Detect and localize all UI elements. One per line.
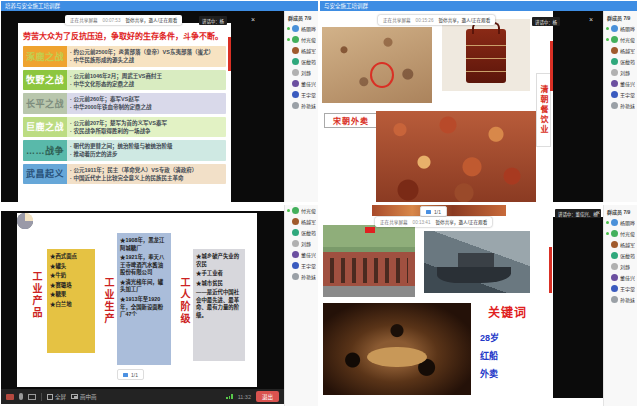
member-avatar [611, 274, 618, 281]
member-row[interactable]: 杨丽晔 [604, 23, 637, 34]
lacquer-foodbox-image [442, 19, 530, 91]
member-row[interactable]: 杨越军 [604, 45, 637, 56]
scroll-indicator[interactable] [550, 41, 553, 91]
pause-share-control[interactable]: 暂停共享，邀人/正在观看 [435, 219, 487, 225]
member-row[interactable]: 刘静 [285, 67, 318, 78]
battle-name: 长平之战 [23, 93, 67, 114]
member-row[interactable]: 杨越军 [604, 239, 637, 250]
battle-desc-line1: 朝代的更替之间；统治阶级与被统治阶级 [70, 142, 223, 150]
member-row[interactable]: 刘静 [604, 261, 637, 272]
member-name: 付光俊 [620, 36, 635, 43]
screen-icon[interactable] [28, 394, 36, 400]
signal-icon [226, 394, 233, 399]
industry-item: ★糖果 [50, 291, 92, 299]
member-row[interactable]: 孙艳妹 [604, 294, 637, 305]
industry-item: ★1921年，奉天八王寺啤酒汽水酱油股份有限公司 [120, 254, 168, 277]
red-flag-graphic [365, 227, 375, 233]
column-label-products: 工业产品 [29, 271, 44, 319]
member-avatar [292, 229, 299, 236]
member-avatar [611, 241, 618, 248]
battles-slide: 劳苦大众为了反抗压迫，争取好的生存条件，斗争不断。 涿鹿之战 约公元前2500年… [18, 23, 231, 202]
members-sidebar: 群成员 7/9 杨丽晔 付光俊 杨越军 [284, 11, 318, 202]
member-row[interactable]: 张馥筠 [604, 56, 637, 67]
fullscreen-button[interactable]: 全屏 [47, 393, 66, 401]
quadrant-top-left: 培养与安全施工培训群 正在共享屏幕 00:07:53 暂停共享，邀人/正在观看 … [1, 1, 318, 202]
member-row[interactable]: 王宇棠 [285, 89, 318, 100]
member-row[interactable]: 付光俊 [285, 205, 318, 216]
speaking-indicator: 讲话中：董佳兴、杨 [555, 209, 601, 218]
member-row[interactable]: 杨越军 [285, 216, 318, 227]
share-status-bar: 正在共享屏幕 00:15:26 暂停共享，邀人/正在观看 [378, 15, 495, 25]
member-row[interactable]: 杨越军 [285, 45, 318, 56]
member-avatar [611, 69, 618, 76]
screenshot-collage: 培养与安全施工培训群 正在共享屏幕 00:07:53 暂停共享，邀人/正在观看 … [0, 0, 638, 407]
battle-desc: 公元前1046年2月；周武王VS商纣王 中华文化形态的定鼎之战 [67, 70, 226, 91]
microphone-icon[interactable] [19, 393, 23, 400]
member-avatar [611, 102, 618, 109]
member-row[interactable]: 付光俊 [604, 228, 637, 239]
exit-button[interactable]: 退出 [256, 391, 279, 402]
member-avatar [292, 69, 299, 76]
battle-desc: 朝代的更替之间；统治阶级与被统治阶级 推动着历史的进步 [67, 140, 226, 161]
group-window-titlebar: 培养与安全施工培训群 [1, 1, 318, 11]
camera-icon[interactable] [6, 394, 14, 400]
screen-share-viewer: 1/1 正在共享屏幕 00:13:41 暂停共享，邀人/正在观看 讲话中：董佳兴… [320, 205, 603, 406]
member-row[interactable]: 王宇棠 [285, 260, 318, 271]
members-header: 群成员 7/9 [604, 11, 637, 23]
member-avatar [292, 262, 299, 269]
sharing-label: 正在共享屏幕 [383, 17, 411, 23]
industry-item: ★西式面点 [50, 253, 92, 261]
member-row[interactable]: 杨丽晔 [604, 217, 637, 228]
scroll-indicator[interactable] [549, 247, 552, 293]
quadrant-top-right: 与安全施工培训群 × 正在共享屏幕 00:15:26 暂停共享，邀人/正在观看 … [320, 1, 637, 202]
member-avatar [292, 240, 299, 247]
member-row[interactable]: 杨丽晔 [285, 23, 318, 34]
member-row[interactable]: 王宇棠 [604, 283, 637, 294]
scroll-indicator[interactable] [228, 37, 231, 71]
pause-share-control[interactable]: 暂停共享，邀人/正在观看 [125, 17, 177, 23]
member-avatar [292, 36, 299, 43]
member-row[interactable]: 付光俊 [604, 34, 637, 45]
keywords-title: 关键词 [488, 303, 527, 320]
member-row[interactable]: 付光俊 [285, 34, 318, 45]
share-timer: 00:13:41 [413, 220, 431, 225]
member-row[interactable]: 董佳兴 [285, 249, 318, 260]
close-icon[interactable]: × [251, 16, 255, 23]
pip-button[interactable]: 画中画 [71, 393, 97, 401]
member-row[interactable]: 孙艳妹 [285, 100, 318, 111]
member-row[interactable]: 董佳兴 [285, 78, 318, 89]
member-avatar [611, 58, 618, 65]
industry-item: ★赛璐珞 [50, 282, 92, 290]
member-row[interactable]: 刘静 [285, 238, 318, 249]
boat-hull-graphic [437, 267, 511, 283]
member-row[interactable]: 孙艳妹 [285, 271, 318, 282]
member-row[interactable]: 张馥筠 [285, 56, 318, 67]
member-avatar [292, 207, 299, 214]
member-row[interactable]: 张馥筠 [604, 250, 637, 261]
member-name: 杨越军 [620, 241, 635, 248]
battle-desc: 公元前207年；楚军为首的义军VS秦军 农民战争所取得胜利的一场战争 [67, 117, 226, 138]
member-row[interactable]: 刘静 [604, 67, 637, 78]
member-row[interactable]: 董佳兴 [604, 272, 637, 283]
close-icon[interactable]: × [596, 209, 600, 216]
battle-desc-line2: 中华民族形成的源头之战 [70, 56, 223, 64]
sharing-label: 正在共享屏幕 [380, 219, 408, 225]
quadrant-bottom-right: 1/1 正在共享屏幕 00:13:41 暂停共享，邀人/正在观看 讲话中：董佳兴… [320, 205, 637, 406]
close-icon[interactable]: × [589, 16, 593, 23]
battle-desc-line2: 农民战争所取得胜利的一场战争 [70, 127, 223, 135]
member-row[interactable]: 王宇棠 [604, 89, 637, 100]
industry-item: ★城市贫民 [196, 280, 242, 288]
member-row[interactable]: 董佳兴 [604, 78, 637, 89]
letterbox-column: 讲话中：董佳兴、杨 × [553, 205, 603, 398]
online-dot-icon [606, 38, 609, 41]
battle-desc: 公元1911年；民主（革命党人）VS专政（清政府） 中国近代史上比较完全意义上的… [67, 164, 226, 185]
members-sidebar: 群成员 7/9 杨丽晔 付光俊 杨越军 [603, 205, 637, 406]
pause-share-control[interactable]: 暂停共享，邀人/正在观看 [438, 17, 490, 23]
members-sidebar: 杨丽晔 付光俊 杨越军 张馥筠 [284, 205, 318, 406]
member-avatar [611, 25, 618, 32]
member-row[interactable]: 孙艳妹 [604, 100, 637, 111]
member-name: 董佳兴 [301, 80, 316, 87]
member-row[interactable]: 张馥筠 [285, 227, 318, 238]
battle-desc-line1: 公元前260年；秦军VS赵军 [70, 95, 223, 103]
keywords-slide: 关键词 28岁 红船 外卖 [320, 217, 553, 398]
